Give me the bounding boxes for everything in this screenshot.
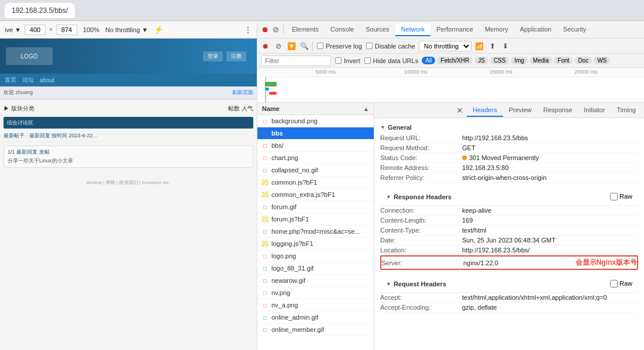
general-val-1: GET xyxy=(462,144,638,151)
wifi-icon[interactable]: 📶 xyxy=(475,41,484,51)
file-item-5[interactable]: JS common.js?bF1 xyxy=(257,176,374,189)
file-item-4[interactable]: □ collapsed_no.gif xyxy=(257,164,374,176)
file-item-1[interactable]: □ bbs xyxy=(257,127,374,140)
tab-initiator[interactable]: Initiator xyxy=(578,104,611,117)
tab-security[interactable]: Security xyxy=(557,23,592,36)
throttling-label[interactable]: No throttling ▼ xyxy=(105,26,148,33)
tag-media[interactable]: Media xyxy=(529,57,552,64)
tag-img[interactable]: Img xyxy=(511,57,528,64)
preserve-log-text: Preserve log xyxy=(326,43,362,50)
tab-timing[interactable]: Timing xyxy=(611,104,642,117)
hide-data-label[interactable]: Hide data URLs xyxy=(364,57,419,64)
tag-fetch[interactable]: Fetch/XHR xyxy=(437,57,473,64)
search-icon[interactable]: 🔍 xyxy=(299,41,309,51)
tag-css[interactable]: CSS xyxy=(490,57,509,64)
general-title: General xyxy=(380,120,638,133)
upload-icon[interactable]: ⬆ xyxy=(488,41,497,51)
request-headers-section: Request Headers Raw Accept: text/html,ap… xyxy=(374,272,644,315)
devtools-icon-record[interactable]: ⏺ xyxy=(260,25,270,35)
tag-ws[interactable]: WS xyxy=(594,57,610,64)
file-item-15[interactable]: □ nv_a.png xyxy=(257,299,374,311)
file-item-2[interactable]: □ bbs/ xyxy=(257,140,374,152)
nt-sep1 xyxy=(312,41,313,51)
file-item-9[interactable]: □ home.php?mod=misc&ac=se... xyxy=(257,226,374,238)
file-item-8[interactable]: JS forum.js?bF1 xyxy=(257,213,374,226)
tag-all[interactable]: All xyxy=(422,57,435,64)
raw-cb-resp[interactable] xyxy=(610,193,618,200)
req-val-1: gzip, deflate xyxy=(462,304,638,311)
mark-20000: 20000 ms xyxy=(574,69,598,75)
filter-tags: All Fetch/XHR JS CSS Img Media Font Doc … xyxy=(422,57,610,64)
tab-console[interactable]: Console xyxy=(325,23,360,36)
tag-font[interactable]: Font xyxy=(554,57,573,64)
responsive-label[interactable]: ive ▼ xyxy=(5,26,21,33)
filter-icon[interactable]: 🔽 xyxy=(287,41,296,51)
tab-network[interactable]: Network xyxy=(395,23,431,36)
tab-application[interactable]: Application xyxy=(514,23,557,36)
tab-headers[interactable]: Headers xyxy=(467,104,503,117)
disable-cache-checkbox[interactable] xyxy=(366,43,373,49)
tab-preview[interactable]: Preview xyxy=(503,104,538,117)
tab-sources[interactable]: Sources xyxy=(360,23,395,36)
file-list-header: Name ▲ xyxy=(257,103,374,115)
forum-refresh[interactable]: 刷新页面 xyxy=(232,89,253,96)
disable-cache-label[interactable]: Disable cache xyxy=(366,42,415,50)
file-item-17[interactable]: □ online_member.gif xyxy=(257,324,374,336)
file-item-0[interactable]: □ background.png xyxy=(257,115,374,127)
tab-response[interactable]: Response xyxy=(538,104,578,117)
file-item-11[interactable]: □ logo.png xyxy=(257,250,374,262)
download-icon[interactable]: ⬇ xyxy=(501,41,510,51)
file-item-16[interactable]: □ online_admin.gif xyxy=(257,311,374,324)
file-icon-gif-5: □ xyxy=(261,313,269,321)
tag-doc[interactable]: Doc xyxy=(574,57,592,64)
more-icon[interactable]: ⋮ xyxy=(244,25,252,34)
close-detail-btn[interactable]: ✕ xyxy=(453,106,467,115)
general-key-1: Request Method: xyxy=(380,144,462,151)
file-item-12[interactable]: □ logo_88_31.gif xyxy=(257,262,374,275)
req-val-0: text/html,application/xhtml+xml,applicat… xyxy=(462,294,638,301)
file-item-6[interactable]: JS common_extra.js?bF1 xyxy=(257,189,374,201)
devtools-icon-clear[interactable]: ⊘ xyxy=(270,25,281,35)
sort-icon[interactable]: ▲ xyxy=(363,106,369,112)
filter-input[interactable] xyxy=(261,56,331,66)
raw-checkbox-response[interactable]: Raw xyxy=(610,193,632,200)
height-input[interactable] xyxy=(56,25,77,35)
general-section: General Request URL: http://192.168.23.5… xyxy=(374,118,644,185)
file-name-6: common_extra.js?bF1 xyxy=(271,191,335,198)
browser-tab[interactable]: 192.168.23.5/bbs/ xyxy=(5,3,75,18)
tl-bar-1 xyxy=(265,82,277,86)
file-item-10[interactable]: JS logging.js?bF1 xyxy=(257,238,374,250)
raw-cb-req[interactable] xyxy=(610,280,618,287)
file-icon-gif-4: □ xyxy=(261,276,269,285)
file-name-4: collapsed_no.gif xyxy=(271,167,318,174)
general-row-1: Request Method: GET xyxy=(380,143,638,153)
file-item-7[interactable]: □ forum.gif xyxy=(257,201,374,213)
tab-performance[interactable]: Performance xyxy=(431,23,479,36)
invert-label[interactable]: Invert xyxy=(335,57,360,64)
invert-checkbox[interactable] xyxy=(335,57,342,64)
preserve-log-checkbox[interactable] xyxy=(317,43,323,49)
raw-checkbox-request[interactable]: Raw xyxy=(610,280,632,287)
file-item-14[interactable]: □ nv.png xyxy=(257,287,374,299)
preserve-log-label[interactable]: Preserve log xyxy=(316,42,362,50)
width-input[interactable] xyxy=(25,25,46,35)
file-item-3[interactable]: □ chart.png xyxy=(257,152,374,164)
file-list: Name ▲ □ background.png □ bbs □ bbs/ □ xyxy=(257,103,374,350)
tab-elements[interactable]: Elements xyxy=(286,23,325,36)
throttling-select[interactable]: No throttling xyxy=(419,41,471,51)
record-icon[interactable]: ⏺ xyxy=(261,41,270,51)
hide-data-text: Hide data URLs xyxy=(373,57,419,64)
tag-js[interactable]: JS xyxy=(474,57,488,64)
hide-data-checkbox[interactable] xyxy=(364,57,370,64)
tl-vline xyxy=(265,77,266,103)
zoom-label[interactable]: 100% xyxy=(83,26,99,33)
req-row-1: Accept-Encoding: gzip, deflate xyxy=(380,303,638,313)
network-icon[interactable]: ⚡ xyxy=(154,25,163,34)
general-val-0: http://192.168.23.5/bbs xyxy=(462,134,638,141)
file-item-13[interactable]: □ newarow.gif xyxy=(257,275,374,287)
tab-memory[interactable]: Memory xyxy=(479,23,514,36)
forum-thread: 最新帖子 · 最新回复 按时间 2023-6-22... xyxy=(4,132,97,140)
timeline-area: 5000 ms 10000 ms 15000 ms 20000 ms xyxy=(257,68,644,103)
clear-icon[interactable]: ⊘ xyxy=(274,41,283,51)
file-icon-img-4: □ xyxy=(261,289,269,297)
